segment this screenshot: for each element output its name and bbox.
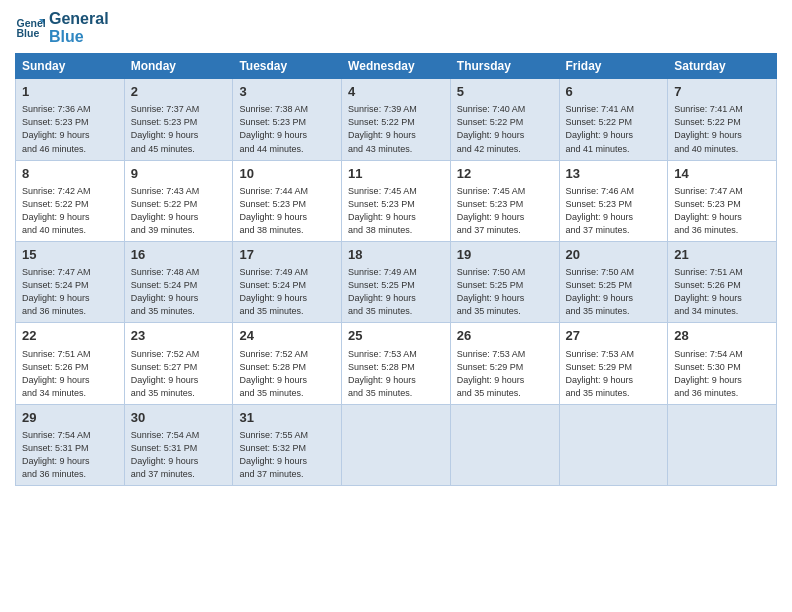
day-info: Sunrise: 7:42 AM Sunset: 5:22 PM Dayligh… [22,185,118,237]
calendar-cell: 3Sunrise: 7:38 AM Sunset: 5:23 PM Daylig… [233,79,342,160]
day-number: 2 [131,83,227,101]
day-number: 15 [22,246,118,264]
calendar-cell: 19Sunrise: 7:50 AM Sunset: 5:25 PM Dayli… [450,241,559,322]
day-info: Sunrise: 7:54 AM Sunset: 5:30 PM Dayligh… [674,348,770,400]
day-info: Sunrise: 7:46 AM Sunset: 5:23 PM Dayligh… [566,185,662,237]
calendar-cell: 21Sunrise: 7:51 AM Sunset: 5:26 PM Dayli… [668,241,777,322]
calendar-cell: 10Sunrise: 7:44 AM Sunset: 5:23 PM Dayli… [233,160,342,241]
day-info: Sunrise: 7:37 AM Sunset: 5:23 PM Dayligh… [131,103,227,155]
day-number: 30 [131,409,227,427]
day-info: Sunrise: 7:47 AM Sunset: 5:24 PM Dayligh… [22,266,118,318]
calendar-cell: 4Sunrise: 7:39 AM Sunset: 5:22 PM Daylig… [342,79,451,160]
calendar-cell: 8Sunrise: 7:42 AM Sunset: 5:22 PM Daylig… [16,160,125,241]
calendar-cell: 30Sunrise: 7:54 AM Sunset: 5:31 PM Dayli… [124,404,233,485]
day-info: Sunrise: 7:53 AM Sunset: 5:29 PM Dayligh… [457,348,553,400]
calendar-cell: 2Sunrise: 7:37 AM Sunset: 5:23 PM Daylig… [124,79,233,160]
calendar-cell: 13Sunrise: 7:46 AM Sunset: 5:23 PM Dayli… [559,160,668,241]
day-number: 11 [348,165,444,183]
day-info: Sunrise: 7:50 AM Sunset: 5:25 PM Dayligh… [566,266,662,318]
day-info: Sunrise: 7:47 AM Sunset: 5:23 PM Dayligh… [674,185,770,237]
page-container: General Blue General Blue SundayMondayTu… [0,0,792,612]
header-thursday: Thursday [450,54,559,79]
calendar-cell [450,404,559,485]
calendar-cell: 18Sunrise: 7:49 AM Sunset: 5:25 PM Dayli… [342,241,451,322]
day-number: 3 [239,83,335,101]
day-number: 22 [22,327,118,345]
day-info: Sunrise: 7:53 AM Sunset: 5:28 PM Dayligh… [348,348,444,400]
week-row-3: 15Sunrise: 7:47 AM Sunset: 5:24 PM Dayli… [16,241,777,322]
day-info: Sunrise: 7:39 AM Sunset: 5:22 PM Dayligh… [348,103,444,155]
header-sunday: Sunday [16,54,125,79]
day-info: Sunrise: 7:52 AM Sunset: 5:28 PM Dayligh… [239,348,335,400]
day-info: Sunrise: 7:53 AM Sunset: 5:29 PM Dayligh… [566,348,662,400]
day-info: Sunrise: 7:40 AM Sunset: 5:22 PM Dayligh… [457,103,553,155]
day-info: Sunrise: 7:45 AM Sunset: 5:23 PM Dayligh… [457,185,553,237]
calendar-cell: 24Sunrise: 7:52 AM Sunset: 5:28 PM Dayli… [233,323,342,404]
day-number: 10 [239,165,335,183]
calendar-cell: 15Sunrise: 7:47 AM Sunset: 5:24 PM Dayli… [16,241,125,322]
calendar-cell: 22Sunrise: 7:51 AM Sunset: 5:26 PM Dayli… [16,323,125,404]
calendar-cell: 14Sunrise: 7:47 AM Sunset: 5:23 PM Dayli… [668,160,777,241]
day-info: Sunrise: 7:49 AM Sunset: 5:24 PM Dayligh… [239,266,335,318]
calendar-cell: 31Sunrise: 7:55 AM Sunset: 5:32 PM Dayli… [233,404,342,485]
day-info: Sunrise: 7:51 AM Sunset: 5:26 PM Dayligh… [674,266,770,318]
day-info: Sunrise: 7:44 AM Sunset: 5:23 PM Dayligh… [239,185,335,237]
day-number: 14 [674,165,770,183]
calendar-cell: 28Sunrise: 7:54 AM Sunset: 5:30 PM Dayli… [668,323,777,404]
day-info: Sunrise: 7:48 AM Sunset: 5:24 PM Dayligh… [131,266,227,318]
calendar-cell: 9Sunrise: 7:43 AM Sunset: 5:22 PM Daylig… [124,160,233,241]
header-row: SundayMondayTuesdayWednesdayThursdayFrid… [16,54,777,79]
week-row-4: 22Sunrise: 7:51 AM Sunset: 5:26 PM Dayli… [16,323,777,404]
logo: General Blue General Blue [15,10,109,45]
page-header: General Blue General Blue [15,10,777,45]
calendar-cell [342,404,451,485]
day-info: Sunrise: 7:49 AM Sunset: 5:25 PM Dayligh… [348,266,444,318]
calendar-cell: 29Sunrise: 7:54 AM Sunset: 5:31 PM Dayli… [16,404,125,485]
calendar-cell [559,404,668,485]
day-number: 27 [566,327,662,345]
calendar-cell: 11Sunrise: 7:45 AM Sunset: 5:23 PM Dayli… [342,160,451,241]
day-number: 25 [348,327,444,345]
day-info: Sunrise: 7:50 AM Sunset: 5:25 PM Dayligh… [457,266,553,318]
day-number: 20 [566,246,662,264]
calendar-cell: 12Sunrise: 7:45 AM Sunset: 5:23 PM Dayli… [450,160,559,241]
day-info: Sunrise: 7:52 AM Sunset: 5:27 PM Dayligh… [131,348,227,400]
day-info: Sunrise: 7:54 AM Sunset: 5:31 PM Dayligh… [22,429,118,481]
day-number: 12 [457,165,553,183]
day-number: 23 [131,327,227,345]
week-row-1: 1Sunrise: 7:36 AM Sunset: 5:23 PM Daylig… [16,79,777,160]
day-info: Sunrise: 7:51 AM Sunset: 5:26 PM Dayligh… [22,348,118,400]
calendar-cell: 7Sunrise: 7:41 AM Sunset: 5:22 PM Daylig… [668,79,777,160]
calendar-table: SundayMondayTuesdayWednesdayThursdayFrid… [15,53,777,486]
day-info: Sunrise: 7:43 AM Sunset: 5:22 PM Dayligh… [131,185,227,237]
day-number: 17 [239,246,335,264]
day-number: 21 [674,246,770,264]
day-info: Sunrise: 7:41 AM Sunset: 5:22 PM Dayligh… [674,103,770,155]
day-info: Sunrise: 7:45 AM Sunset: 5:23 PM Dayligh… [348,185,444,237]
day-info: Sunrise: 7:54 AM Sunset: 5:31 PM Dayligh… [131,429,227,481]
day-number: 9 [131,165,227,183]
day-info: Sunrise: 7:36 AM Sunset: 5:23 PM Dayligh… [22,103,118,155]
calendar-cell: 25Sunrise: 7:53 AM Sunset: 5:28 PM Dayli… [342,323,451,404]
calendar-cell: 1Sunrise: 7:36 AM Sunset: 5:23 PM Daylig… [16,79,125,160]
day-number: 19 [457,246,553,264]
header-wednesday: Wednesday [342,54,451,79]
day-number: 8 [22,165,118,183]
day-number: 7 [674,83,770,101]
week-row-5: 29Sunrise: 7:54 AM Sunset: 5:31 PM Dayli… [16,404,777,485]
calendar-cell: 16Sunrise: 7:48 AM Sunset: 5:24 PM Dayli… [124,241,233,322]
header-saturday: Saturday [668,54,777,79]
header-monday: Monday [124,54,233,79]
day-number: 28 [674,327,770,345]
day-number: 24 [239,327,335,345]
calendar-cell [668,404,777,485]
calendar-cell: 26Sunrise: 7:53 AM Sunset: 5:29 PM Dayli… [450,323,559,404]
calendar-cell: 20Sunrise: 7:50 AM Sunset: 5:25 PM Dayli… [559,241,668,322]
header-friday: Friday [559,54,668,79]
calendar-cell: 17Sunrise: 7:49 AM Sunset: 5:24 PM Dayli… [233,241,342,322]
calendar-cell: 6Sunrise: 7:41 AM Sunset: 5:22 PM Daylig… [559,79,668,160]
day-info: Sunrise: 7:41 AM Sunset: 5:22 PM Dayligh… [566,103,662,155]
week-row-2: 8Sunrise: 7:42 AM Sunset: 5:22 PM Daylig… [16,160,777,241]
day-number: 6 [566,83,662,101]
calendar-cell: 23Sunrise: 7:52 AM Sunset: 5:27 PM Dayli… [124,323,233,404]
